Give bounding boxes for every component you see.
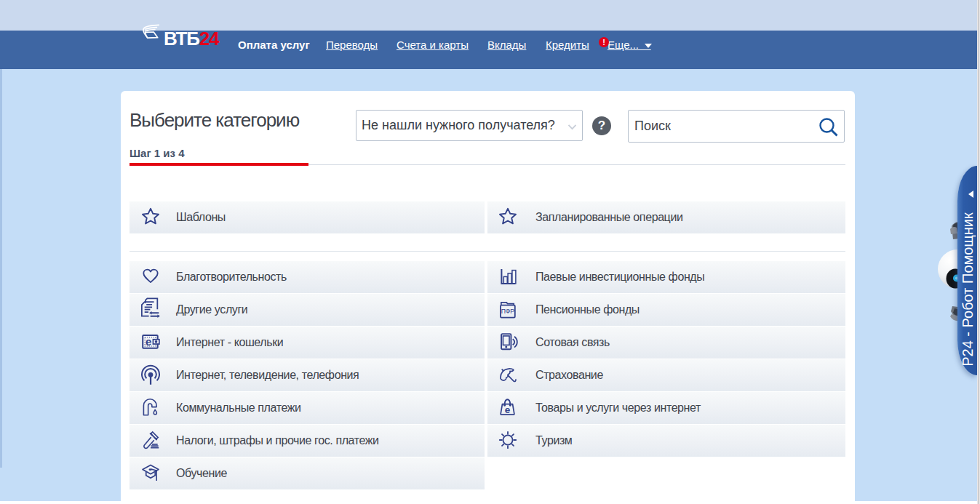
svg-text:ПФР: ПФР xyxy=(501,308,515,315)
svg-text:e: e xyxy=(146,335,151,348)
svg-text:e: e xyxy=(505,404,511,415)
